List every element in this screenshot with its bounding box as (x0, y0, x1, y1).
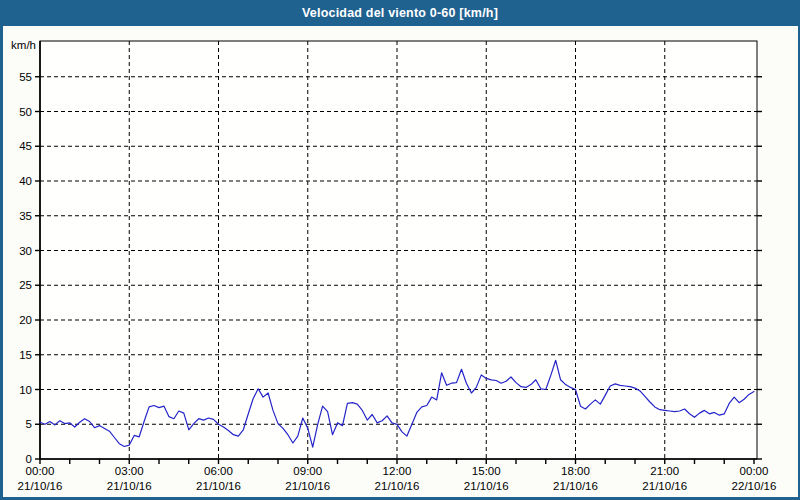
y-axis-tick-label: 25 (19, 279, 32, 291)
chart-window: Velocidad del viento 0-60 [km/h] 0510152… (0, 0, 800, 500)
x-axis-time-label: 00:00 (26, 465, 55, 477)
x-axis-time-label: 00:00 (740, 465, 769, 477)
x-axis-date-label: 22/10/16 (732, 480, 777, 492)
y-axis-tick-label: 5 (26, 418, 32, 430)
x-axis-time-label: 12:00 (383, 465, 412, 477)
wind-speed-chart: 0510152025303540455055km/h00:0021/10/160… (0, 26, 800, 500)
y-axis-tick-label: 15 (19, 349, 32, 361)
x-axis-date-label: 21/10/16 (18, 480, 63, 492)
y-axis-tick-label: 20 (19, 314, 32, 326)
x-axis-time-label: 09:00 (293, 465, 322, 477)
x-axis-time-label: 21:00 (650, 465, 679, 477)
y-axis-tick-label: 50 (19, 106, 32, 118)
y-axis-tick-label: 0 (26, 453, 32, 465)
x-axis-date-label: 21/10/16 (107, 480, 152, 492)
y-axis-unit-label: km/h (11, 39, 36, 51)
x-axis-time-label: 03:00 (115, 465, 144, 477)
chart-area: 0510152025303540455055km/h00:0021/10/160… (0, 26, 800, 500)
x-axis-date-label: 21/10/16 (196, 480, 241, 492)
x-axis-date-label: 21/10/16 (642, 480, 687, 492)
y-axis-tick-label: 30 (19, 245, 32, 257)
y-axis-tick-label: 55 (19, 71, 32, 83)
y-axis-tick-label: 35 (19, 210, 32, 222)
x-axis-time-label: 18:00 (561, 465, 590, 477)
x-axis-date-label: 21/10/16 (285, 480, 330, 492)
y-axis-tick-label: 40 (19, 175, 32, 187)
x-axis-date-label: 21/10/16 (553, 480, 598, 492)
x-axis-time-label: 15:00 (472, 465, 501, 477)
chart-title: Velocidad del viento 0-60 [km/h] (302, 6, 498, 20)
y-axis-tick-label: 45 (19, 140, 32, 152)
x-axis-time-label: 06:00 (204, 465, 233, 477)
x-axis-date-label: 21/10/16 (464, 480, 509, 492)
x-axis-date-label: 21/10/16 (375, 480, 420, 492)
y-axis-tick-label: 10 (19, 384, 32, 396)
chart-title-bar: Velocidad del viento 0-60 [km/h] (0, 0, 800, 27)
